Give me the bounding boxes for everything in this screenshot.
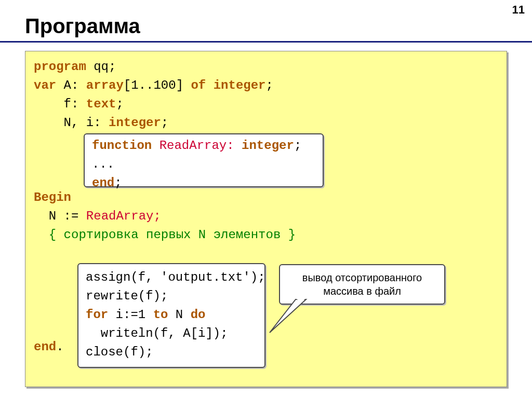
kw-end: end	[34, 340, 56, 354]
kw-text: text	[86, 97, 116, 111]
kw-integer: integer	[109, 116, 161, 130]
kw-of-integer: of integer	[191, 78, 265, 92]
code-text: N, i:	[34, 116, 109, 130]
title-rule	[0, 41, 532, 43]
kw-function: function	[92, 139, 159, 153]
code-text: ;	[294, 139, 301, 153]
code-text: .	[56, 340, 63, 354]
code-comment: { сортировка первых N элементов }	[34, 228, 296, 242]
code-text: ;	[114, 176, 122, 190]
page-number: 11	[512, 3, 525, 17]
code-text: rewrite(f);	[86, 289, 168, 303]
code-text: ;	[161, 116, 168, 130]
callout-tail-icon	[265, 297, 315, 336]
call-readarray: ReadArray;	[86, 209, 161, 223]
function-box: function ReadArray: integer; ... end;	[84, 133, 324, 187]
kw-to: to	[153, 308, 176, 322]
code-text: writeln(f, A[i]);	[86, 326, 228, 340]
code-text: ...	[92, 157, 114, 171]
kw-array: array	[86, 78, 124, 92]
kw-integer: integer	[242, 139, 294, 153]
svg-marker-0	[270, 299, 306, 333]
code-text: [1..100]	[124, 78, 191, 92]
kw-do: do	[191, 308, 206, 322]
kw-var: var	[34, 78, 64, 92]
kw-end: end	[92, 176, 114, 190]
code-text: close(f);	[86, 345, 153, 359]
function-code: function ReadArray: integer; ... end;	[92, 136, 315, 193]
code-text: assign(f, 'output.txt');	[86, 270, 265, 284]
code-text: i:=1	[116, 308, 153, 322]
output-box: assign(f, 'output.txt'); rewrite(f); for…	[77, 263, 265, 368]
kw-for: for	[86, 308, 116, 322]
output-code: assign(f, 'output.txt'); rewrite(f); for…	[86, 268, 257, 362]
kw-program: program	[34, 60, 94, 74]
callout-text: вывод отсортированного массива в файл	[285, 271, 439, 298]
kw-begin: Begin	[34, 190, 71, 204]
code-text: A:	[64, 78, 86, 92]
code-text: f:	[34, 97, 86, 111]
fn-name: ReadArray:	[159, 139, 242, 153]
code-text: N	[176, 308, 191, 322]
code-box: program qq; var A: array[1..100] of inte…	[25, 51, 507, 387]
slide-title: Программа	[25, 15, 532, 38]
code-text: ;	[116, 97, 123, 111]
code-text: ;	[266, 78, 273, 92]
code-text: qq;	[94, 60, 116, 74]
code-text: N :=	[34, 209, 86, 223]
